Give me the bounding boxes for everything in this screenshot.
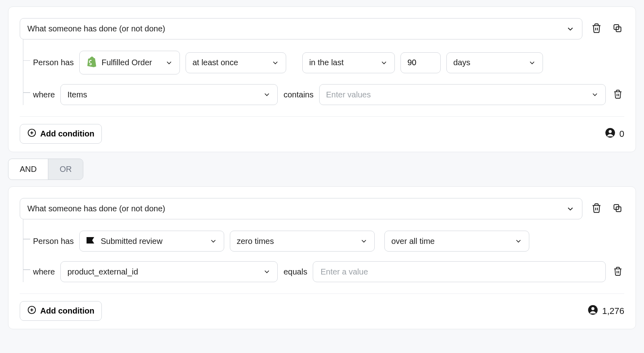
where-row: where product_external_id equals xyxy=(23,252,624,282)
trash-icon xyxy=(591,23,602,35)
condition-type-row: What someone has done (or not done) xyxy=(20,18,624,39)
timeframe-mode-select[interactable]: in the last xyxy=(302,52,395,73)
event-label: Fulfilled Order xyxy=(101,58,152,67)
where-value-input[interactable] xyxy=(313,261,606,282)
shopify-icon xyxy=(86,56,97,69)
frequency-label: zero times xyxy=(237,237,274,246)
svg-point-10 xyxy=(609,130,612,133)
trash-icon xyxy=(613,266,623,277)
chevron-down-icon xyxy=(566,204,575,213)
profile-count-value: 1,276 xyxy=(602,306,624,316)
profile-count: 1,276 xyxy=(588,305,624,318)
frequency-select[interactable]: zero times xyxy=(230,231,375,252)
person-has-label: Person has xyxy=(33,237,74,246)
chevron-down-icon xyxy=(271,59,279,67)
person-has-label: Person has xyxy=(33,58,74,67)
condition-tree: Person has Fulfilled Order at least once… xyxy=(23,39,624,105)
timeframe-mode-select[interactable]: over all time xyxy=(384,231,529,252)
profile-count: 0 xyxy=(605,128,624,140)
timeframe-mode-label: over all time xyxy=(391,237,435,246)
delete-where-button[interactable] xyxy=(611,265,624,279)
chevron-down-icon xyxy=(528,59,536,67)
timeframe-value-input[interactable] xyxy=(400,52,441,73)
where-property-select[interactable]: product_external_id xyxy=(60,261,278,282)
where-row: where Items contains Enter values xyxy=(23,74,624,105)
person-has-row: Person has Submitted review zero times o… xyxy=(23,221,624,252)
timeframe-mode-label: in the last xyxy=(309,58,344,67)
flag-icon xyxy=(86,237,96,246)
where-property-label: Items xyxy=(67,90,87,99)
add-condition-button[interactable]: Add condition xyxy=(20,301,102,321)
clone-group-button[interactable] xyxy=(611,21,624,36)
event-select[interactable]: Submitted review xyxy=(79,231,224,252)
condition-type-select[interactable]: What someone has done (or not done) xyxy=(20,198,582,219)
person-has-row: Person has Fulfilled Order at least once… xyxy=(23,41,624,74)
event-select[interactable]: Fulfilled Order xyxy=(79,51,180,74)
group-footer: Add condition 0 xyxy=(20,124,624,144)
chevron-down-icon xyxy=(566,25,575,33)
svg-point-21 xyxy=(591,307,594,310)
trash-icon xyxy=(591,203,602,215)
divider xyxy=(20,293,624,294)
copy-icon xyxy=(612,23,623,35)
clone-group-button[interactable] xyxy=(611,201,624,216)
timeframe-unit-label: days xyxy=(453,58,470,67)
timeframe-unit-select[interactable]: days xyxy=(446,52,543,73)
where-value-select[interactable]: Enter values xyxy=(319,84,606,105)
where-label: where xyxy=(33,267,55,277)
chevron-down-icon xyxy=(263,91,271,99)
logic-toggle: AND OR xyxy=(8,159,83,180)
where-operator-label: contains xyxy=(283,90,314,99)
condition-group-card: What someone has done (or not done) Pers… xyxy=(8,6,636,152)
chevron-down-icon xyxy=(591,91,599,99)
condition-type-row: What someone has done (or not done) xyxy=(20,198,624,219)
logic-or-button[interactable]: OR xyxy=(48,159,83,180)
condition-type-select[interactable]: What someone has done (or not done) xyxy=(20,18,582,39)
profile-count-value: 0 xyxy=(619,129,624,139)
add-condition-label: Add condition xyxy=(40,129,94,138)
person-icon xyxy=(588,305,598,318)
delete-group-button[interactable] xyxy=(590,21,603,36)
trash-icon xyxy=(613,89,623,100)
chevron-down-icon xyxy=(360,237,368,245)
chevron-down-icon xyxy=(514,237,522,245)
chevron-down-icon xyxy=(263,268,271,276)
add-condition-label: Add condition xyxy=(40,306,94,316)
copy-icon xyxy=(612,203,623,215)
condition-type-label: What someone has done (or not done) xyxy=(27,24,165,33)
condition-type-label: What someone has done (or not done) xyxy=(27,204,165,213)
plus-circle-icon xyxy=(27,128,36,139)
condition-tree: Person has Submitted review zero times o… xyxy=(23,219,624,282)
plus-circle-icon xyxy=(27,306,36,316)
where-value-placeholder: Enter values xyxy=(326,90,371,99)
add-condition-button[interactable]: Add condition xyxy=(20,124,102,144)
person-icon xyxy=(605,128,615,140)
group-footer: Add condition 1,276 xyxy=(20,301,624,321)
delete-group-button[interactable] xyxy=(590,201,603,216)
frequency-select[interactable]: at least once xyxy=(186,52,286,73)
delete-where-button[interactable] xyxy=(611,88,624,102)
logic-and-button[interactable]: AND xyxy=(8,159,48,180)
chevron-down-icon xyxy=(209,237,217,245)
frequency-label: at least once xyxy=(192,58,238,67)
where-property-select[interactable]: Items xyxy=(60,84,278,105)
event-label: Submitted review xyxy=(101,237,162,246)
where-property-label: product_external_id xyxy=(67,267,138,277)
condition-group-card: What someone has done (or not done) Pers… xyxy=(8,186,636,329)
chevron-down-icon xyxy=(165,59,173,67)
where-operator-label: equals xyxy=(283,267,307,277)
divider xyxy=(20,116,624,117)
chevron-down-icon xyxy=(380,59,388,67)
where-label: where xyxy=(33,90,55,99)
